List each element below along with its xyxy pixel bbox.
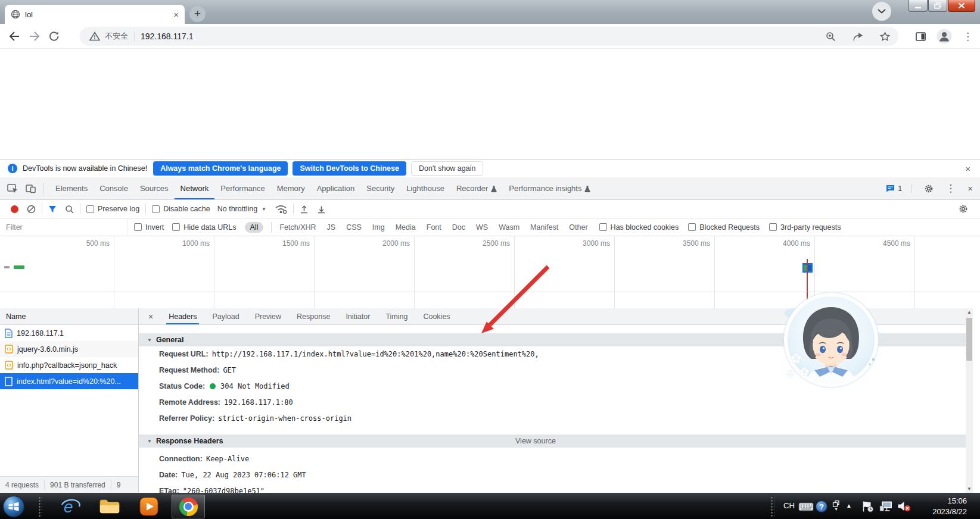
export-har-icon[interactable] <box>317 205 326 214</box>
settings-gear-icon[interactable] <box>924 184 934 193</box>
switch-chinese-button[interactable]: Switch DevTools to Chinese <box>293 161 406 176</box>
throttling-select[interactable]: No throttling ▼ <box>217 205 266 213</box>
detail-tab-cookies[interactable]: Cookies <box>423 308 450 324</box>
network-overview-timeline[interactable]: 500 ms 1000 ms 1500 ms 2000 ms 2500 ms 3… <box>0 236 980 308</box>
show-hidden-icons[interactable]: ▲ <box>846 502 852 509</box>
disable-cache-checkbox[interactable] <box>152 205 160 213</box>
devtools-close-icon[interactable]: × <box>967 183 973 193</box>
tab-security[interactable]: Security <box>360 177 400 199</box>
filter-type-manifest[interactable]: Manifest <box>530 223 558 232</box>
start-button[interactable] <box>2 495 26 518</box>
detail-close-icon[interactable]: × <box>148 312 153 321</box>
share-icon[interactable] <box>853 32 863 41</box>
security-label[interactable]: 不安全 <box>105 31 128 42</box>
banner-close-icon[interactable]: × <box>965 164 970 174</box>
profile-avatar-icon[interactable] <box>937 29 952 44</box>
filter-type-all[interactable]: All <box>245 222 264 233</box>
tab-application[interactable]: Application <box>311 177 361 199</box>
third-party-toggle[interactable]: 3rd-party requests <box>769 223 841 232</box>
scroll-up-icon[interactable]: ▲ <box>966 308 973 316</box>
detail-tab-payload[interactable]: Payload <box>212 308 239 324</box>
back-button[interactable] <box>8 31 20 42</box>
network-conditions-icon[interactable] <box>275 204 287 214</box>
taskbar-item-file-explorer[interactable] <box>94 495 125 518</box>
tab-performance-insights[interactable]: Performance insights <box>503 177 596 199</box>
detail-tab-timing[interactable]: Timing <box>385 308 407 324</box>
filter-input[interactable] <box>0 218 128 236</box>
record-icon[interactable] <box>11 205 18 213</box>
hide-data-urls-checkbox[interactable] <box>172 223 180 231</box>
scrollbar-thumb[interactable] <box>966 318 972 361</box>
tab-performance[interactable]: Performance <box>214 177 270 199</box>
invert-toggle[interactable]: Invert <box>134 223 164 232</box>
request-row-selected[interactable]: index.html?value=id%20:%20... <box>0 373 138 389</box>
response-headers-section-header[interactable]: ▼ Response Headers View source <box>139 434 973 448</box>
has-blocked-cookies-toggle[interactable]: Has blocked cookies <box>599 223 679 232</box>
taskbar-item-media-player[interactable] <box>133 495 164 518</box>
browser-tab[interactable]: lol × <box>5 5 185 24</box>
window-chevron-button[interactable] <box>872 2 891 21</box>
general-section-header[interactable]: ▼ General <box>139 333 973 346</box>
preserve-log-toggle[interactable]: Preserve log <box>86 205 139 213</box>
tab-console[interactable]: Console <box>94 177 134 199</box>
request-row[interactable]: jquery-3.6.0.min.js <box>0 341 138 357</box>
detail-tab-preview[interactable]: Preview <box>255 308 281 324</box>
restore-window-icon[interactable]: ▼ <box>832 500 840 511</box>
disable-cache-toggle[interactable]: Disable cache <box>152 205 210 213</box>
name-column-header[interactable]: Name <box>0 308 138 325</box>
tab-recorder[interactable]: Recorder <box>450 177 503 199</box>
filter-type-wasm[interactable]: Wasm <box>499 223 519 232</box>
side-panel-icon[interactable] <box>916 32 926 41</box>
browser-menu-icon[interactable]: ⋮ <box>963 30 973 43</box>
action-center-flag-icon[interactable] <box>861 501 874 512</box>
security-warning-icon[interactable] <box>89 32 100 41</box>
search-icon[interactable] <box>65 205 74 214</box>
maximize-button[interactable] <box>928 0 947 12</box>
taskbar-clock[interactable]: 15:06 2023/8/22 <box>932 496 967 517</box>
bookmark-star-icon[interactable] <box>880 32 890 41</box>
scroll-down-icon[interactable]: ▼ <box>966 485 973 493</box>
url-text[interactable]: 192.168.117.1 <box>141 32 194 41</box>
view-source-link[interactable]: View source <box>515 437 556 445</box>
device-toolbar-icon[interactable] <box>26 184 36 193</box>
filter-type-doc[interactable]: Doc <box>452 223 465 232</box>
clear-icon[interactable] <box>27 205 36 214</box>
tab-close-icon[interactable]: × <box>173 10 179 20</box>
network-status-icon[interactable] <box>879 501 893 512</box>
inspect-icon[interactable] <box>7 184 18 193</box>
preserve-log-checkbox[interactable] <box>86 205 94 213</box>
filter-type-css[interactable]: CSS <box>346 223 362 232</box>
filter-type-ws[interactable]: WS <box>476 223 488 232</box>
invert-checkbox[interactable] <box>134 223 142 231</box>
tab-lighthouse[interactable]: Lighthouse <box>400 177 450 199</box>
filter-type-img[interactable]: Img <box>372 223 385 232</box>
address-bar[interactable]: 不安全 192.168.117.1 <box>80 27 898 46</box>
issues-counter[interactable]: 1 <box>886 185 912 193</box>
detail-tab-response[interactable]: Response <box>297 308 330 324</box>
match-language-button[interactable]: Always match Chrome's language <box>153 161 288 176</box>
new-tab-button[interactable]: + <box>189 6 206 22</box>
filter-type-fetch-xhr[interactable]: Fetch/XHR <box>279 223 316 232</box>
filter-funnel-icon[interactable] <box>48 205 57 213</box>
filter-type-other[interactable]: Other <box>569 223 587 232</box>
blocked-requests-toggle[interactable]: Blocked Requests <box>688 223 760 232</box>
keyboard-icon[interactable] <box>798 502 814 512</box>
request-row[interactable]: info.php?callback=jsonp_hack <box>0 357 138 373</box>
tab-memory[interactable]: Memory <box>271 177 311 199</box>
import-har-icon[interactable] <box>300 205 309 214</box>
close-button[interactable] <box>948 0 975 12</box>
detail-tab-headers[interactable]: Headers <box>169 308 197 324</box>
devtools-menu-icon[interactable]: ⋮ <box>945 182 956 195</box>
language-indicator[interactable]: CH <box>783 501 795 510</box>
has-blocked-cookies-checkbox[interactable] <box>599 223 607 231</box>
blocked-requests-checkbox[interactable] <box>688 223 696 231</box>
tab-sources[interactable]: Sources <box>134 177 175 199</box>
help-icon[interactable]: ? <box>816 501 827 512</box>
taskbar-item-internet-explorer[interactable]: e <box>55 495 86 518</box>
volume-muted-icon[interactable] <box>897 501 911 512</box>
tab-elements[interactable]: Elements <box>49 177 94 199</box>
filter-type-js[interactable]: JS <box>327 223 336 232</box>
third-party-checkbox[interactable] <box>769 223 777 231</box>
request-row[interactable]: 192.168.117.1 <box>0 325 138 341</box>
zoom-icon[interactable] <box>826 32 836 42</box>
